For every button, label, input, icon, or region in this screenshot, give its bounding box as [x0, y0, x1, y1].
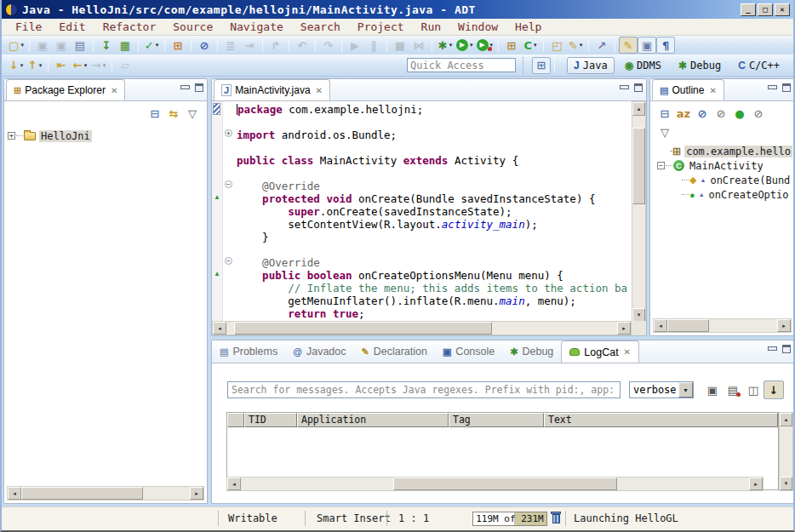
- menu-help[interactable]: Help: [506, 20, 550, 33]
- code-line[interactable]: // Inflate the menu; this adds items to …: [237, 282, 646, 295]
- dropdown-arrow-icon[interactable]: ▾: [39, 62, 43, 69]
- open-element-button[interactable]: ↗: [592, 37, 611, 54]
- open-type-button[interactable]: ◰: [547, 37, 566, 54]
- dropdown-arrow-icon[interactable]: ▾: [470, 42, 473, 49]
- run-last-launched-button[interactable]: ↱: [266, 37, 285, 54]
- logcat-search-input[interactable]: [227, 381, 621, 398]
- logcat-v-scrollbar[interactable]: ▴▾: [779, 412, 793, 491]
- tab-mainactivity-java[interactable]: J MainActivity.java ✕: [214, 79, 330, 100]
- debug-button[interactable]: ✱▾: [436, 37, 455, 54]
- code-line[interactable]: protected void onCreate(Bundle savedInst…: [237, 192, 646, 205]
- print-button[interactable]: ▤: [71, 37, 89, 54]
- outline-h-scrollbar-thumb[interactable]: [667, 319, 709, 332]
- package-explorer-h-scrollbar-left-button[interactable]: ◂: [8, 487, 21, 500]
- dropdown-arrow-icon[interactable]: ▾: [84, 62, 88, 69]
- new-java-project-button[interactable]: ⊞: [502, 37, 521, 54]
- dropdown-arrow-icon[interactable]: ▾: [534, 42, 537, 49]
- logcat-h-scrollbar-track[interactable]: [241, 478, 749, 490]
- dropdown-arrow-icon[interactable]: ▾: [449, 42, 453, 49]
- quick-access-input[interactable]: [407, 58, 516, 72]
- code-line[interactable]: [237, 243, 646, 256]
- code-area[interactable]: package com.example.hellojni;import andr…: [234, 101, 646, 335]
- logcat-v-scrollbar-down-button[interactable]: ▾: [780, 477, 792, 490]
- code-line[interactable]: getMenuInflater().inflate(R.menu.main, m…: [237, 295, 646, 307]
- collapse-all-button[interactable]: ⊟: [146, 105, 164, 122]
- chevron-down-icon[interactable]: ▼: [678, 382, 693, 398]
- code-line[interactable]: [237, 167, 646, 180]
- editor-h-scrollbar-thumb[interactable]: [234, 322, 492, 335]
- new-wizard-button[interactable]: ▢▾: [7, 37, 26, 54]
- code-line[interactable]: @Override: [237, 256, 646, 269]
- outline-item-mainactivity[interactable]: −CMainActivity: [652, 158, 792, 173]
- outline-item-oncreateoptio[interactable]: ●▲onCreateOptio: [652, 187, 792, 202]
- code-line[interactable]: @Override: [237, 180, 646, 192]
- logcat-h-scrollbar-right-button[interactable]: ▸: [749, 478, 763, 490]
- disconnect-button[interactable]: ⋈: [409, 37, 428, 54]
- editor-v-scrollbar-thumb[interactable]: [632, 128, 645, 204]
- skip-all-breakpoints-button[interactable]: ⊘: [195, 37, 214, 54]
- editor-v-scrollbar-track[interactable]: [632, 116, 645, 308]
- tree-item-hellojni[interactable]: + HelloJni: [8, 129, 203, 143]
- menu-run[interactable]: Run: [413, 20, 449, 33]
- logcat-v-scrollbar-up-button[interactable]: ▴: [780, 413, 792, 426]
- hide-static-members-button[interactable]: ⊘: [712, 105, 730, 122]
- save-all-button[interactable]: ▣: [52, 37, 71, 54]
- close-window-button[interactable]: ✕: [775, 3, 790, 16]
- editor-h-scrollbar[interactable]: ◂▸: [212, 321, 632, 335]
- pin-editor-button[interactable]: ▱: [116, 57, 134, 74]
- dropdown-arrow-icon[interactable]: ▾: [103, 62, 106, 69]
- code-line[interactable]: public class MainActivity extends Activi…: [237, 154, 646, 167]
- column-header-tid[interactable]: TID: [244, 413, 297, 427]
- code-line[interactable]: package com.example.hellojni;: [237, 103, 646, 116]
- new-android-project-button[interactable]: ⊞: [169, 37, 187, 54]
- maximize-panel-button[interactable]: [195, 83, 203, 92]
- perspective-debug[interactable]: ✱Debug: [672, 57, 728, 74]
- close-tab-icon[interactable]: ✕: [111, 86, 117, 95]
- code-line[interactable]: [237, 116, 646, 129]
- minimize-window-button[interactable]: _: [741, 3, 756, 16]
- code-line[interactable]: public boolean onCreateOptionsMenu(Menu …: [237, 269, 646, 282]
- minimize-panel-button[interactable]: [620, 83, 629, 92]
- tab-outline[interactable]: ▤ Outline ✕: [652, 79, 724, 100]
- fold-collapse-icon[interactable]: −: [225, 257, 232, 265]
- logcat-v-scrollbar-track[interactable]: [780, 426, 792, 477]
- sort-button[interactable]: az: [674, 105, 693, 122]
- open-perspective-button[interactable]: ⊞: [532, 57, 551, 74]
- display-saved-filters-view-button[interactable]: ◫: [743, 380, 764, 399]
- hide-non-public-members-button[interactable]: ●: [730, 105, 749, 122]
- outline-h-scrollbar-left-button[interactable]: ◂: [654, 319, 667, 332]
- code-line[interactable]: import android.os.Bundle;: [237, 129, 646, 141]
- fold-expand-icon[interactable]: +: [225, 129, 232, 137]
- previous-annotation-button[interactable]: ↑▾: [26, 57, 44, 74]
- lint-check-button[interactable]: ✓▾: [142, 37, 161, 54]
- show-whitespace-button[interactable]: ¶: [656, 37, 675, 54]
- menu-project[interactable]: Project: [349, 20, 413, 33]
- editor-v-scrollbar[interactable]: ▴▾: [632, 101, 646, 323]
- maximize-window-button[interactable]: □: [758, 3, 773, 16]
- outline-item-oncreatebund[interactable]: ◆▲onCreate(Bund: [652, 173, 792, 187]
- editor-v-scrollbar-up-button[interactable]: ▴: [632, 102, 645, 116]
- menu-edit[interactable]: Edit: [50, 20, 94, 33]
- dropdown-arrow-icon[interactable]: ▾: [20, 42, 24, 49]
- column-header-application[interactable]: Application: [297, 413, 449, 427]
- perspective-ddms[interactable]: ◉DDMS: [618, 57, 668, 74]
- clear-log-button[interactable]: ▤: [723, 380, 743, 399]
- menu-source[interactable]: Source: [164, 20, 221, 33]
- new-java-class-button[interactable]: C▾: [521, 37, 540, 54]
- search-button[interactable]: ✎▾: [566, 37, 585, 54]
- close-tab-icon[interactable]: ✕: [709, 86, 716, 95]
- menu-refactor[interactable]: Refactor: [94, 20, 165, 33]
- code-line[interactable]: [237, 141, 646, 154]
- code-line[interactable]: }: [237, 231, 646, 243]
- menu-file[interactable]: File: [7, 20, 50, 33]
- tree-expander-icon[interactable]: +: [8, 132, 15, 140]
- project-label[interactable]: HelloJni: [39, 130, 92, 142]
- last-edit-location-button[interactable]: ⇤: [52, 57, 71, 74]
- resume-button[interactable]: ▶: [346, 37, 364, 54]
- close-tab-icon[interactable]: ✕: [316, 86, 323, 95]
- fold-collapse-icon[interactable]: −: [225, 180, 232, 188]
- outline-item-comexamplehello[interactable]: ⊞com.example.hello: [652, 144, 792, 158]
- package-explorer-h-scrollbar-right-button[interactable]: ▸: [190, 487, 203, 500]
- suspend-button[interactable]: ∥: [364, 37, 383, 54]
- minimize-panel-button[interactable]: [180, 83, 190, 92]
